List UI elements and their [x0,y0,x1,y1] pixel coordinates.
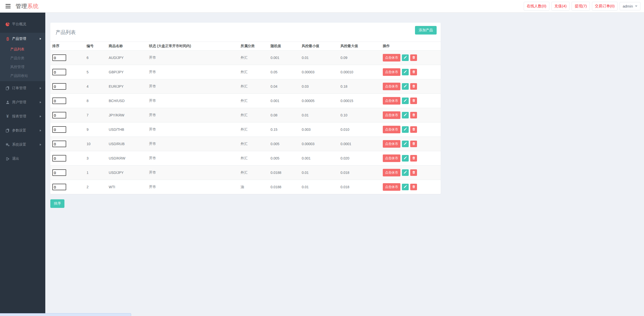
cell-status: 开市 [147,94,239,108]
pencil-icon [404,142,407,146]
delete-button[interactable] [410,184,417,190]
cell-risk-min: 0.00005 [300,94,338,108]
row-actions: 点击休市 [383,111,439,119]
cell-risk-min: 0.00003 [300,137,338,151]
sort-input[interactable] [52,112,66,118]
sidebar-item-platform-overview[interactable]: 平台概况 [0,17,45,31]
cell-risk-min: 0.00003 [300,65,338,79]
user-menu[interactable]: admin [620,2,640,10]
trade-orders-link[interactable]: 交易订单(0) [592,2,618,11]
delete-button[interactable] [410,54,417,61]
cell-product-name: AUD/JPY [107,51,147,65]
sidebar-item-system-settings[interactable]: 系统设置 [0,138,45,152]
sort-input[interactable] [52,141,66,147]
sort-input[interactable] [52,169,66,176]
delete-button[interactable] [410,141,417,147]
close-market-button[interactable]: 点击休市 [383,97,400,105]
sidebar-item-parameter-settings[interactable]: 参数设置 [0,123,45,138]
col-name: 商品名称 [107,42,147,51]
cell-product-name: USD/RUB [107,137,147,151]
delete-button[interactable] [410,126,417,133]
close-market-button[interactable]: 点击休市 [383,111,400,119]
sidebar-item-product-management[interactable]: 产品管理 [0,33,45,45]
sort-input[interactable] [52,54,66,61]
sidebar-item-product-list[interactable]: 产品列表 [0,45,45,54]
sort-input[interactable] [52,98,66,104]
cell-risk-min: 0.01 [300,51,338,65]
delete-button[interactable] [410,169,417,176]
cell-status: 开市 [147,79,239,94]
cell-risk-min: 0.01 [300,180,338,194]
sidebar-item-label: 系统设置 [12,142,26,147]
edit-button[interactable] [402,83,409,90]
sort-input[interactable] [52,69,66,75]
sidebar-item-user-management[interactable]: 用户管理 [0,95,45,109]
chevron-right-icon [40,144,41,146]
cell-risk-max: 0.018 [338,180,381,194]
edit-button[interactable] [402,169,409,176]
col-id: 编号 [85,42,107,51]
main-content: 产品列表 添加产品 排序 编号 商品名称 状态 (大盘正常开市时间内) 所属分类… [45,13,644,316]
edit-button[interactable] [402,54,409,61]
edit-button[interactable] [402,112,409,118]
cell-risk-max: 0.0001 [338,137,381,151]
sort-input[interactable] [52,126,66,133]
cell-category: 外汇 [239,94,269,108]
sort-button[interactable]: 排序 [50,199,64,208]
delete-button[interactable] [410,155,417,162]
edit-button[interactable] [402,155,409,162]
sidebar-item-product-recycle[interactable]: 产品回收站 [0,71,45,80]
sort-input[interactable] [52,184,66,190]
delete-button[interactable] [410,83,417,90]
sidebar-item-risk-management[interactable]: 风控管理 [0,62,45,71]
sign-out-icon [5,157,10,161]
delete-button[interactable] [410,98,417,104]
sidebar-item-report-management[interactable]: ¥ 报表管理 [0,109,45,123]
col-risk-min: 风控最小值 [300,42,338,51]
sort-input[interactable] [52,155,66,162]
delete-button[interactable] [410,112,417,118]
close-market-button[interactable]: 点击休市 [383,54,400,61]
edit-button[interactable] [402,141,409,147]
cell-id: 9 [85,122,107,137]
cell-risk-min: 0.003 [300,122,338,137]
recharge-link[interactable]: 充值(4) [551,2,570,11]
edit-button[interactable] [402,126,409,133]
col-sort: 排序 [50,42,85,51]
cell-risk-max: 0.018 [338,166,381,180]
close-market-button[interactable]: 点击休市 [383,140,400,148]
sort-input[interactable] [52,83,66,90]
edit-button[interactable] [402,184,409,190]
files-icon [5,86,10,90]
cell-category: 外汇 [239,122,269,137]
delete-button[interactable] [410,69,417,75]
trash-icon [412,70,415,74]
edit-button[interactable] [402,98,409,104]
close-market-button[interactable]: 点击休市 [383,169,400,176]
cell-random-value: 0.001 [269,51,300,65]
close-market-button[interactable]: 点击休市 [383,154,400,162]
sidebar-item-order-management[interactable]: 订单管理 [0,81,45,95]
cell-category: 油 [239,180,269,194]
cell-random-value: 0.005 [269,137,300,151]
table-row: 5 GBP/JPY 开市 外汇 0.05 0.00003 0.00010 点击休… [50,65,441,79]
withdraw-link[interactable]: 提现(7) [572,2,590,11]
pencil-icon [404,99,407,103]
table-row: 10 USD/RUB 开市 外汇 0.005 0.00003 0.0001 点击… [50,137,441,151]
close-market-button[interactable]: 点击休市 [383,183,400,191]
sidebar-item-product-category[interactable]: 产品分类 [0,54,45,62]
close-market-button[interactable]: 点击休市 [383,83,400,90]
edit-button[interactable] [402,69,409,75]
close-market-button[interactable]: 点击休市 [383,126,400,133]
table-row: 7 JPY/KRW 开市 外汇 0.08 0.01 0.10 点击休市 [50,108,441,122]
user-icon [5,100,10,104]
trash-icon [412,142,415,146]
sidebar-item-logout[interactable]: 退出 [0,152,45,166]
cell-random-value: 0.001 [269,94,300,108]
add-product-button[interactable]: 添加产品 [415,26,437,35]
online-users-link[interactable]: 在线人数(0) [524,2,549,11]
menu-icon[interactable] [6,4,11,8]
close-market-button[interactable]: 点击休市 [383,68,400,76]
trash-icon [412,128,415,132]
cell-product-name: GBP/JPY [107,65,147,79]
